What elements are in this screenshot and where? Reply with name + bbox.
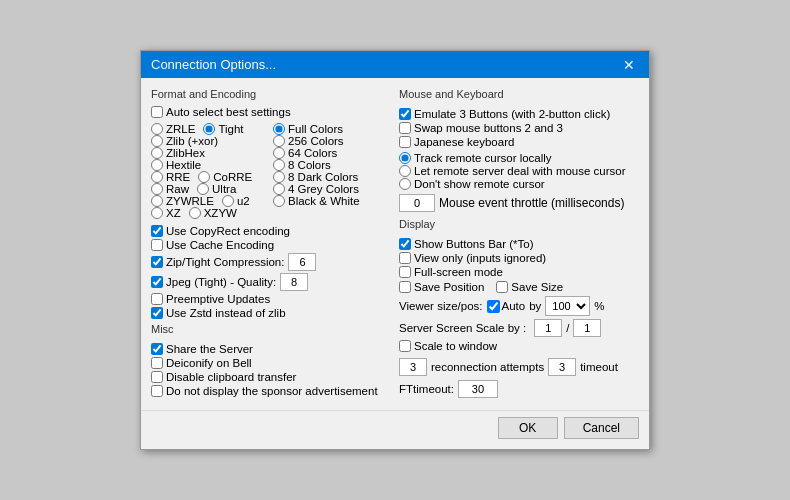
left-panel: Format and Encoding Auto select best set…	[151, 88, 391, 400]
jpeg-checkbox[interactable]: Jpeg (Tight) - Quality:	[151, 276, 276, 288]
share-server-checkbox[interactable]: Share the Server	[151, 343, 391, 355]
mouse-section-label: Mouse and Keyboard	[399, 88, 639, 102]
ultra-radio[interactable]: Ultra	[197, 183, 236, 195]
japanese-kb-checkbox[interactable]: Japanese keyboard	[399, 136, 639, 148]
timeout-label: timeout	[580, 361, 618, 373]
auto-checkbox[interactable]: Auto	[487, 300, 526, 313]
hextile-radio[interactable]: Hextile	[151, 159, 201, 171]
server-cursor-radio[interactable]: Let remote server deal with mouse cursor	[399, 165, 639, 177]
zlibhex-row: ZlibHex	[151, 147, 269, 159]
misc-section: Misc Share the Server Deiconify on Bell …	[151, 323, 391, 397]
raw-ultra-row: Raw Ultra	[151, 183, 269, 195]
fttimeout-label: FTtimeout:	[399, 383, 454, 395]
dialog-body: Format and Encoding Auto select best set…	[141, 78, 649, 410]
rre-radio[interactable]: RRE	[151, 171, 190, 183]
save-size-checkbox[interactable]: Save Size	[496, 281, 563, 293]
zoom-select[interactable]: 100 25 50 75 125 150 200	[545, 296, 590, 316]
cancel-button[interactable]: Cancel	[564, 417, 639, 439]
preemptive-checkbox[interactable]: Preemptive Updates	[151, 293, 391, 305]
u2-radio[interactable]: u2	[222, 195, 250, 207]
rre-corre-row: RRE CoRRE	[151, 171, 269, 183]
throttle-label: Mouse event throttle (milliseconds)	[439, 196, 624, 210]
throttle-row: Mouse event throttle (milliseconds)	[399, 194, 639, 212]
track-cursor-radio[interactable]: Track remote cursor locally	[399, 152, 639, 164]
cursor-radios: Track remote cursor locally Let remote s…	[399, 152, 639, 190]
save-row: Save Position Save Size	[399, 281, 639, 293]
full-colors-radio[interactable]: Full Colors	[273, 123, 391, 135]
display-section-label: Display	[399, 218, 639, 232]
show-buttons-bar-checkbox[interactable]: Show Buttons Bar (*To)	[399, 238, 639, 250]
fullscreen-checkbox[interactable]: Full-screen mode	[399, 266, 639, 278]
zrle-tight-row: ZRLE Tight	[151, 123, 269, 135]
color-col: Full Colors 256 Colors 64 Colors 8 Color…	[273, 123, 391, 219]
save-position-checkbox[interactable]: Save Position	[399, 281, 484, 293]
tight-radio[interactable]: Tight	[203, 123, 243, 135]
copyrect-checkbox[interactable]: Use CopyRect encoding	[151, 225, 391, 237]
hextile-row: Hextile	[151, 159, 269, 171]
connection-options-dialog: Connection Options... ✕ Format and Encod…	[140, 50, 650, 450]
throttle-input[interactable]	[399, 194, 435, 212]
ok-button[interactable]: OK	[498, 417, 558, 439]
right-panel: Mouse and Keyboard Emulate 3 Buttons (wi…	[399, 88, 639, 400]
close-button[interactable]: ✕	[619, 58, 639, 72]
zlib-row: Zlib (+xor)	[151, 135, 269, 147]
zrle-radio[interactable]: ZRLE	[151, 123, 195, 135]
zywrle-radio[interactable]: ZYWRLE	[151, 195, 214, 207]
zstd-checkbox[interactable]: Use Zstd instead of zlib	[151, 307, 391, 319]
encoding-cols: ZRLE Tight Zlib (+xor)	[151, 123, 391, 219]
bw-radio[interactable]: Black & White	[273, 195, 391, 207]
8dark-colors-radio[interactable]: 8 Dark Colors	[273, 171, 391, 183]
scale-to-window-checkbox[interactable]: Scale to window	[399, 340, 639, 352]
corre-radio[interactable]: CoRRE	[198, 171, 252, 183]
format-section-label: Format and Encoding	[151, 88, 391, 102]
auto-input[interactable]	[487, 300, 500, 313]
zlib-radio[interactable]: Zlib (+xor)	[151, 135, 218, 147]
save-size-label: Save Size	[511, 281, 563, 293]
auto-select-checkbox[interactable]: Auto select best settings	[151, 106, 391, 118]
viewer-label: Viewer size/pos:	[399, 300, 483, 312]
zip-row: Zip/Tight Compression:	[151, 253, 391, 271]
deiconify-checkbox[interactable]: Deiconify on Bell	[151, 357, 391, 369]
reconnect-label: reconnection attempts	[431, 361, 544, 373]
reconnect-row: reconnection attempts timeout	[399, 358, 639, 376]
raw-radio[interactable]: Raw	[151, 183, 189, 195]
4grey-colors-radio[interactable]: 4 Grey Colors	[273, 183, 391, 195]
misc-section-label: Misc	[151, 323, 391, 337]
xz-radio[interactable]: XZ	[151, 207, 181, 219]
jpeg-value-input[interactable]	[280, 273, 308, 291]
title-bar: Connection Options... ✕	[141, 51, 649, 78]
dialog-title: Connection Options...	[151, 57, 276, 72]
reconnect-timeout-input[interactable]	[548, 358, 576, 376]
fttimeout-input[interactable]	[458, 380, 498, 398]
viewer-size-row: Viewer size/pos: Auto by 100 25 50 75 12…	[399, 296, 639, 316]
fttimeout-row: FTtimeout:	[399, 380, 639, 398]
view-only-checkbox[interactable]: View only (inputs ignored)	[399, 252, 639, 264]
no-cursor-radio[interactable]: Don't show remote cursor	[399, 178, 639, 190]
cache-encoding-checkbox[interactable]: Use Cache Encoding	[151, 239, 391, 251]
emulate3-checkbox[interactable]: Emulate 3 Buttons (with 2-button click)	[399, 108, 639, 120]
swap-buttons-checkbox[interactable]: Swap mouse buttons 2 and 3	[399, 122, 639, 134]
jpeg-row: Jpeg (Tight) - Quality:	[151, 273, 391, 291]
256-colors-radio[interactable]: 256 Colors	[273, 135, 391, 147]
zip-checkbox[interactable]: Zip/Tight Compression:	[151, 256, 284, 268]
save-position-label: Save Position	[414, 281, 484, 293]
disable-clipboard-checkbox[interactable]: Disable clipboard transfer	[151, 371, 391, 383]
scale-num-input[interactable]	[534, 319, 562, 337]
encoding-col-left: ZRLE Tight Zlib (+xor)	[151, 123, 269, 219]
misc-checkboxes: Share the Server Deiconify on Bell Disab…	[151, 343, 391, 397]
scale-den-input[interactable]	[573, 319, 601, 337]
mouse-checkboxes: Emulate 3 Buttons (with 2-button click) …	[399, 108, 639, 148]
zywrle-u2-row: ZYWRLE u2	[151, 195, 269, 207]
bottom-buttons: OK Cancel	[141, 410, 649, 449]
zlibhex-radio[interactable]: ZlibHex	[151, 147, 205, 159]
scale-row: Server Screen Scale by : /	[399, 319, 639, 337]
xz-xzyw-row: XZ XZYW	[151, 207, 269, 219]
zip-value-input[interactable]	[288, 253, 316, 271]
display-checkboxes: Show Buttons Bar (*To) View only (inputs…	[399, 238, 639, 278]
encoding-checkboxes: Use CopyRect encoding Use Cache Encoding…	[151, 225, 391, 319]
64-colors-radio[interactable]: 64 Colors	[273, 147, 391, 159]
8-colors-radio[interactable]: 8 Colors	[273, 159, 391, 171]
reconnect-attempts-input[interactable]	[399, 358, 427, 376]
no-sponsor-checkbox[interactable]: Do not display the sponsor advertisement	[151, 385, 391, 397]
xzyw-radio[interactable]: XZYW	[189, 207, 237, 219]
